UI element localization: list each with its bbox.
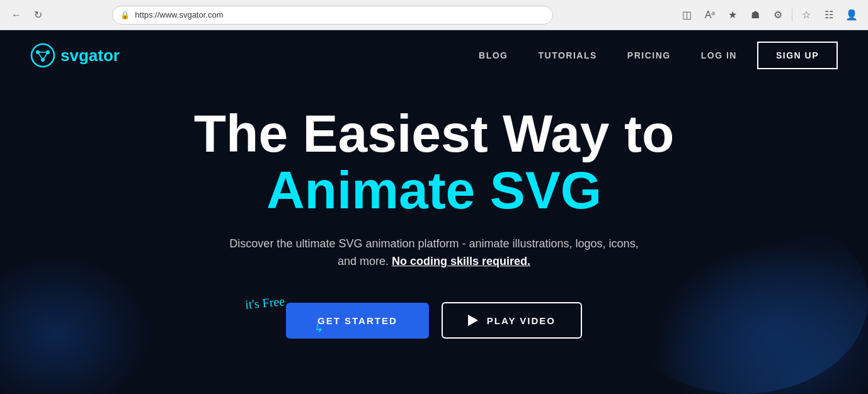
play-video-label: PLAY VIDEO: [487, 315, 556, 326]
logo-icon: [30, 43, 55, 68]
logo-prefix: svg: [60, 46, 89, 65]
browser-actions: ◫ Aᵃ ★ ☗ ⚙ ☆ ☷ 👤: [678, 6, 860, 24]
address-bar[interactable]: 🔒 https://www.svgator.com: [112, 6, 553, 25]
navbar: svgator BLOG TUTORIALS PRICING LOG IN SI…: [0, 30, 868, 81]
url-text: https://www.svgator.com: [135, 10, 223, 20]
puzzle-icon[interactable]: ⚙: [769, 6, 787, 24]
nav-blog[interactable]: BLOG: [479, 50, 508, 60]
hero-title-line1: The Easiest Way to: [13, 106, 855, 161]
divider: [792, 9, 792, 21]
nav-tutorials[interactable]: TUTORIALS: [538, 50, 597, 60]
hero-section: The Easiest Way to Animate SVG Discover …: [0, 81, 868, 376]
svg-line-5: [38, 52, 43, 60]
hero-subtitle-bold: No coding skills required.: [392, 255, 530, 267]
favorites-icon[interactable]: ☆: [797, 6, 815, 24]
svg-point-0: [31, 44, 54, 67]
logo[interactable]: svgator: [30, 43, 120, 68]
collections-icon[interactable]: ☷: [820, 6, 838, 24]
lock-icon: 🔒: [120, 11, 130, 20]
its-free-annotation: it's Free: [244, 294, 285, 312]
signup-button[interactable]: SIGN UP: [757, 42, 838, 69]
play-icon: [468, 315, 478, 326]
browser-nav-buttons: ← ↻: [8, 6, 47, 24]
hero-cta: it's Free ↳ GET STARTED PLAY VIDEO: [13, 302, 855, 339]
hero-title-line2: Animate SVG: [13, 161, 855, 219]
nav-pricing[interactable]: PRICING: [627, 50, 671, 60]
star-icon[interactable]: ★: [724, 6, 741, 24]
logo-text: svgator: [60, 46, 120, 65]
hero-subtitle: Discover the ultimate SVG animation plat…: [220, 235, 648, 271]
extensions-icon[interactable]: ◫: [678, 6, 696, 24]
profile-icon[interactable]: 👤: [843, 6, 860, 24]
svg-line-6: [43, 52, 48, 60]
browser-chrome: ← ↻ 🔒 https://www.svgator.com ◫ Aᵃ ★ ☗ ⚙…: [0, 0, 868, 30]
site-wrapper: svgator BLOG TUTORIALS PRICING LOG IN SI…: [0, 30, 868, 394]
logo-suffix: ator: [89, 46, 120, 65]
reload-button[interactable]: ↻: [29, 6, 47, 24]
font-size-icon[interactable]: Aᵃ: [701, 6, 719, 24]
profile-sync-icon[interactable]: ☗: [746, 6, 764, 24]
get-started-button[interactable]: GET STARTED: [286, 303, 429, 339]
nav-links: BLOG TUTORIALS PRICING LOG IN: [479, 50, 737, 60]
back-button[interactable]: ←: [8, 6, 25, 24]
nav-login[interactable]: LOG IN: [701, 50, 737, 60]
play-video-button[interactable]: PLAY VIDEO: [442, 302, 582, 339]
